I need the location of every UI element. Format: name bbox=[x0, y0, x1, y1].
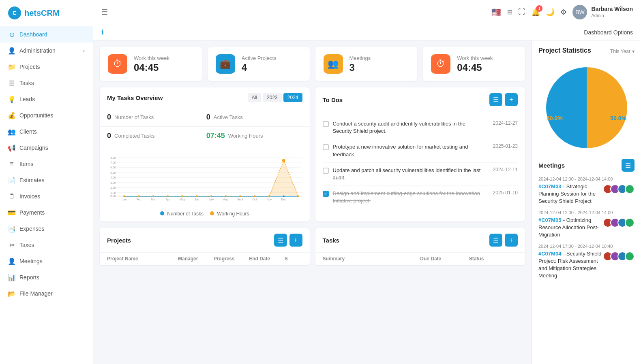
svg-text:0.00: 0.00 bbox=[110, 194, 116, 197]
todo-list: Conduct a security audit and identify vu… bbox=[315, 112, 525, 213]
meeting-code-1[interactable]: #C07M03 bbox=[538, 183, 561, 189]
sidebar-item-taxes[interactable]: ✂ Taxes bbox=[0, 237, 93, 253]
todo-checkbox-3[interactable] bbox=[323, 168, 329, 174]
todo-checkbox-1[interactable] bbox=[323, 121, 329, 127]
tasks-overview-title: My Tasks Overview bbox=[107, 94, 163, 101]
info-icon[interactable]: ℹ bbox=[101, 28, 104, 36]
sidebar-item-items[interactable]: ≡ Items bbox=[0, 156, 93, 172]
sidebar-item-invoices[interactable]: 🗒 Invoices bbox=[0, 188, 93, 204]
notification-icon[interactable]: 🔔 1 bbox=[531, 8, 540, 17]
col-task-status: Status bbox=[469, 256, 518, 262]
stat-info: Work this week 04:45 bbox=[457, 55, 493, 73]
sidebar-item-dashboard[interactable]: ⊙ Dashboard bbox=[0, 26, 93, 43]
items-icon: ≡ bbox=[8, 160, 15, 168]
sidebar-item-tasks[interactable]: ☰ Tasks bbox=[0, 75, 93, 91]
tasks-overview-header: My Tasks Overview All 2023 2024 bbox=[100, 87, 310, 108]
chart-legend: Number of Tasks Working Hours bbox=[107, 211, 302, 217]
fullscreen-icon[interactable]: ⛶ bbox=[518, 8, 525, 16]
sidebar-item-administration[interactable]: 👤 Administration › bbox=[0, 43, 93, 59]
todos-title: To Dos bbox=[323, 96, 343, 103]
tab-2024[interactable]: 2024 bbox=[283, 93, 302, 102]
taxes-icon: ✂ bbox=[8, 241, 15, 249]
svg-text:Mar: Mar bbox=[151, 198, 156, 201]
sidebar-item-clients[interactable]: 👥 Clients bbox=[0, 123, 93, 140]
sidebar-item-label: Invoices bbox=[19, 193, 40, 200]
meeting-avatars-3 bbox=[603, 251, 635, 261]
tasks-overview-panel: My Tasks Overview All 2023 2024 0 Number… bbox=[100, 87, 310, 221]
tasks-list-btn[interactable]: ☰ bbox=[489, 234, 502, 247]
meeting-code-3[interactable]: #C07M04 bbox=[538, 251, 561, 257]
projects-actions: ☰ + bbox=[274, 234, 302, 247]
tab-all[interactable]: All bbox=[248, 93, 261, 102]
settings-icon[interactable]: ⚙ bbox=[560, 8, 567, 17]
stat-value: 4 bbox=[242, 62, 277, 73]
chart-area: 8.00 7.00 6.00 5.00 4.00 3.00 2.00 1.00 … bbox=[100, 145, 310, 221]
expenses-icon: 📑 bbox=[8, 225, 15, 232]
pie-label-left: 50.0% bbox=[547, 115, 563, 121]
todos-add-btn[interactable]: + bbox=[505, 93, 518, 106]
projects-add-btn[interactable]: + bbox=[289, 234, 302, 247]
tab-2023[interactable]: 2023 bbox=[263, 93, 282, 102]
sidebar-item-meetings[interactable]: 👤 Meetings bbox=[0, 253, 93, 269]
tasks-add-btn[interactable]: + bbox=[505, 234, 518, 247]
sidebar-item-leads[interactable]: 💡 Leads bbox=[0, 91, 93, 107]
svg-point-51 bbox=[225, 195, 227, 197]
meetings-stat-icon: 👥 bbox=[324, 54, 343, 74]
todo-checkbox-4[interactable]: ✓ bbox=[323, 191, 329, 197]
dashboard-options-label[interactable]: Dashboard Options bbox=[584, 29, 633, 36]
sidebar-item-expenses[interactable]: 📑 Expenses bbox=[0, 221, 93, 237]
theme-icon[interactable]: 🌙 bbox=[546, 8, 555, 17]
col-due-date: Due Date bbox=[420, 256, 469, 262]
working-hours-stat: 07:45 Working Hours bbox=[206, 132, 302, 140]
sidebar-item-campaigns[interactable]: 📢 Campaigns bbox=[0, 140, 93, 156]
sidebar-item-label: Expenses bbox=[19, 226, 44, 232]
col-end-date: End Date bbox=[249, 256, 285, 262]
grid-icon[interactable]: ⊞ bbox=[507, 8, 512, 16]
meetings-icon: 👤 bbox=[8, 258, 15, 265]
year-selector[interactable]: This Year ▾ bbox=[610, 49, 635, 54]
sidebar-item-label: Reports bbox=[19, 274, 39, 281]
tasks-title: Tasks bbox=[323, 237, 339, 244]
logo-icon: C bbox=[8, 6, 21, 19]
meeting-avatars-2 bbox=[603, 218, 635, 228]
svg-point-54 bbox=[268, 195, 270, 197]
hamburger-icon[interactable]: ☰ bbox=[101, 8, 108, 17]
topbar-actions: 🇺🇸 ⊞ ⛶ 🔔 1 🌙 ⚙ BW Barbara Wilson Admin bbox=[491, 5, 633, 19]
todo-date-4: 2025-01-10 bbox=[493, 190, 518, 196]
meeting-code-2[interactable]: #C07M05 bbox=[538, 217, 561, 223]
projects-list-btn[interactable]: ☰ bbox=[274, 234, 287, 247]
topbar: ☰ 🇺🇸 ⊞ ⛶ 🔔 1 🌙 ⚙ BW Barbara Wilson Admin bbox=[93, 0, 641, 24]
year-label: This Year bbox=[610, 49, 630, 54]
notification-badge: 1 bbox=[536, 5, 542, 12]
meeting-time-1: 2024-12-04 12:00 - 2024-12-04 14:00 bbox=[538, 177, 635, 181]
sidebar-item-label: Items bbox=[19, 161, 33, 167]
sidebar-item-reports[interactable]: 📊 Reports bbox=[0, 269, 93, 285]
todo-checkbox-2[interactable] bbox=[323, 144, 329, 150]
sidebar-item-label: File Manager bbox=[19, 290, 53, 297]
col-project-name: Project Name bbox=[107, 256, 178, 262]
leads-icon: 💡 bbox=[8, 96, 15, 103]
file-manager-icon: 📂 bbox=[8, 290, 15, 297]
logo[interactable]: C hetsCRM bbox=[0, 0, 93, 26]
flag-icon[interactable]: 🇺🇸 bbox=[491, 7, 502, 17]
todo-text-3: Update and patch all security vulnerabil… bbox=[333, 167, 486, 181]
legend-hours: Working Hours bbox=[210, 211, 249, 217]
sidebar-item-file-manager[interactable]: 📂 File Manager bbox=[0, 285, 93, 302]
meetings-list-btn[interactable]: ☰ bbox=[622, 159, 635, 172]
user-info[interactable]: BW Barbara Wilson Admin bbox=[572, 5, 633, 19]
projects-table-header: Project Name Manager Progress End Date S bbox=[100, 253, 310, 265]
todos-list-btn[interactable]: ☰ bbox=[489, 93, 502, 106]
user-role: Admin bbox=[591, 13, 633, 18]
tasks-tab-group: All 2023 2024 bbox=[248, 93, 302, 102]
sidebar-item-projects[interactable]: 📁 Projects bbox=[0, 59, 93, 75]
center-content: ⏱ Work this week 04:45 💼 Active Projects… bbox=[93, 40, 532, 364]
meeting-item-1: 2024-12-04 12:00 - 2024-12-04 14:00 #C07… bbox=[538, 177, 635, 204]
sidebar-item-opportunities[interactable]: 💰 Opportunities bbox=[0, 107, 93, 123]
sidebar-item-payments[interactable]: 💳 Payments bbox=[0, 204, 93, 221]
tasks-header: Tasks ☰ + bbox=[315, 228, 525, 253]
sidebar-item-estimates[interactable]: 📄 Estimates bbox=[0, 172, 93, 188]
meeting-avatars-1 bbox=[603, 184, 635, 194]
active-tasks-stat: 0 Active Tasks bbox=[206, 113, 302, 121]
stat-value: 3 bbox=[349, 62, 371, 73]
stat-title: Work this week bbox=[457, 55, 493, 61]
